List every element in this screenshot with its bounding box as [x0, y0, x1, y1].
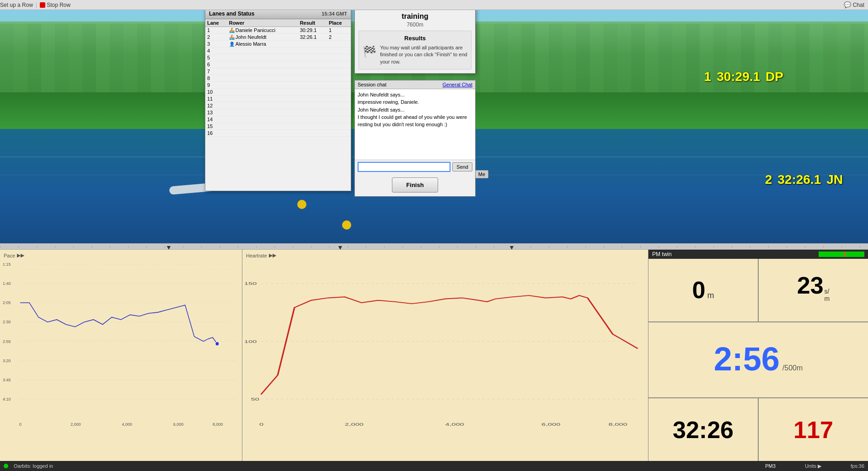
- pm-hr-cell: 117: [759, 398, 868, 461]
- svg-text:6,000: 6,000: [173, 422, 184, 427]
- table-row: 16: [205, 130, 351, 137]
- pm-pace-unit: /500m: [782, 364, 803, 372]
- results-section: Results 🏁 You may wait until all partici…: [359, 31, 472, 70]
- table-row: 14: [205, 116, 351, 123]
- pm-time-cell: 32:26: [648, 398, 759, 461]
- pm-row-3: 32:26 117: [648, 398, 868, 461]
- bottom-panels: Pace ▶▶ 1:15 1:40 2:05 2:30 2:55 3:20: [0, 250, 868, 461]
- table-row: 7: [205, 68, 351, 75]
- svg-text:100: 100: [244, 339, 257, 344]
- svg-text:4:10: 4:10: [3, 397, 11, 401]
- pace-chart-svg: 1:15 1:40 2:05 2:30 2:55 3:20 3:45 4:10 …: [2, 259, 240, 433]
- training-title: training: [355, 9, 475, 21]
- table-row: 2 🚣John Neufeldt 32:26.1 2: [205, 34, 351, 41]
- lanes-dialog-title: Lanes and Status: [209, 11, 254, 17]
- pace-chart-title: Pace ▶▶: [2, 252, 240, 259]
- chat-message: I thought I could get ahead of you while…: [358, 114, 472, 128]
- lanes-dialog-time: 15:34 GMT: [321, 11, 347, 16]
- training-distance: 7600m: [355, 21, 475, 28]
- svg-text:50: 50: [251, 397, 259, 402]
- pm-spm-unit: s/: [825, 288, 830, 295]
- pm-distance-cell: 0 m: [648, 259, 759, 321]
- fps-display: fps:36: [851, 463, 864, 469]
- stop-icon: [40, 2, 45, 8]
- col-rower: Rower: [227, 19, 298, 27]
- oarbits-status: Oarbits: logged in: [14, 463, 53, 469]
- pm3-label: PM3: [765, 463, 776, 469]
- units-button[interactable]: Units ▶: [805, 463, 821, 469]
- col-place: Place: [327, 19, 351, 27]
- table-row: 15: [205, 123, 351, 130]
- pm-spm-unit2: m: [825, 295, 830, 302]
- table-row: 3 👤Alessio Marra: [205, 41, 351, 48]
- lanes-table: Lane Rower Result Place 1 🚣Daniele Panic…: [205, 19, 351, 137]
- table-row: 11: [205, 96, 351, 102]
- finish-button[interactable]: Finish: [392, 177, 438, 193]
- svg-text:2:05: 2:05: [3, 300, 11, 305]
- pm-spm-cell: 23 s/ m: [759, 259, 868, 321]
- stop-row-button[interactable]: Stop Row: [40, 2, 70, 8]
- results-text: You may wait until all participants are …: [380, 44, 467, 65]
- chat-button[interactable]: 💬 Chat: [844, 1, 864, 8]
- pm-time-value: 32:26: [673, 416, 734, 444]
- table-row: 12: [205, 102, 351, 109]
- pm-row-2: 2:56 /500m: [648, 322, 868, 398]
- svg-text:3:20: 3:20: [3, 359, 11, 363]
- col-lane: Lane: [205, 19, 227, 27]
- chat-section: Session chat General Chat John Neufeldt …: [354, 80, 476, 174]
- pace-chart-area: 1:15 1:40 2:05 2:30 2:55 3:20 3:45 4:10 …: [2, 259, 240, 433]
- svg-text:2:30: 2:30: [3, 320, 11, 324]
- svg-text:1:40: 1:40: [3, 281, 11, 286]
- chat-message: impressive rowing, Daniele.: [358, 99, 472, 106]
- pm-distance-value: 0: [692, 278, 706, 302]
- send-button[interactable]: Send: [452, 162, 472, 171]
- svg-text:4,000: 4,000: [445, 422, 464, 427]
- results-dialog: training 7600m Results 🏁 You may wait un…: [354, 8, 476, 74]
- chat-messages: John Neufeldt says... impressive rowing,…: [355, 89, 475, 160]
- hr-panel: Heartrate ▶▶ 150 100 50 0 2,000 4,000 6,…: [242, 250, 648, 461]
- chat-message: John Neufeldt says...: [358, 91, 472, 98]
- checkered-flag-icon: 🏁: [363, 45, 376, 58]
- pm-pace-value: 2:56: [714, 343, 780, 375]
- score-overlay-2: 2 32:26.1 JN: [765, 172, 843, 187]
- results-heading: Results: [363, 35, 467, 42]
- top-bar: Set up a Row | Stop Row 💬 Chat: [0, 0, 868, 10]
- table-row: 9: [205, 82, 351, 89]
- svg-text:8,000: 8,000: [213, 422, 223, 427]
- pm-title: PM twin: [652, 251, 672, 257]
- svg-text:0: 0: [259, 422, 263, 427]
- hr-arrow-icon: ▶▶: [269, 252, 276, 258]
- table-row: 10: [205, 89, 351, 96]
- pace-panel: Pace ▶▶ 1:15 1:40 2:05 2:30 2:55 3:20: [0, 250, 242, 461]
- finish-button-container: Finish: [354, 174, 476, 197]
- pm-pace-cell: 2:56 /500m: [648, 322, 868, 397]
- pm-green-bar-1: [819, 252, 844, 257]
- chat-message: John Neufeldt says...: [358, 107, 472, 113]
- svg-text:8,000: 8,000: [609, 422, 627, 427]
- table-row: 13: [205, 109, 351, 116]
- score-overlay-1: 1 30:29.1 DP: [704, 70, 783, 84]
- svg-point-21: [215, 342, 219, 346]
- me-badge: Me: [475, 170, 488, 178]
- chat-input[interactable]: [358, 162, 450, 172]
- set-up-row-link[interactable]: Set up a Row: [0, 2, 33, 8]
- table-row: 4: [205, 48, 351, 54]
- pace-arrow-icon: ▶▶: [17, 252, 24, 258]
- table-row: 5: [205, 54, 351, 61]
- pm-progress-bar: [819, 252, 864, 257]
- session-chat-label: Session chat: [358, 82, 386, 87]
- pm-distance-unit: m: [707, 291, 714, 300]
- lanes-dialog: Lanes and Status 15:34 GMT Lane Rower Re…: [205, 8, 351, 191]
- chat-header: Session chat General Chat: [355, 80, 475, 89]
- general-chat-link[interactable]: General Chat: [443, 82, 472, 87]
- hr-chart-svg: 150 100 50 0 2,000 4,000 6,000 8,000: [244, 259, 646, 433]
- chat-icon: 💬: [844, 1, 851, 8]
- svg-text:2,000: 2,000: [345, 422, 364, 427]
- svg-text:150: 150: [244, 281, 257, 286]
- pm-row-1: 0 m 23 s/ m: [648, 259, 868, 322]
- hr-chart-title: Heartrate ▶▶: [244, 252, 646, 259]
- pm-panel: PM twin 0 m 23 s/ m: [648, 250, 868, 461]
- pm-hr-value: 117: [793, 416, 833, 444]
- svg-text:0: 0: [19, 422, 21, 427]
- timeline: ▼ ▼ ▼: [0, 243, 868, 250]
